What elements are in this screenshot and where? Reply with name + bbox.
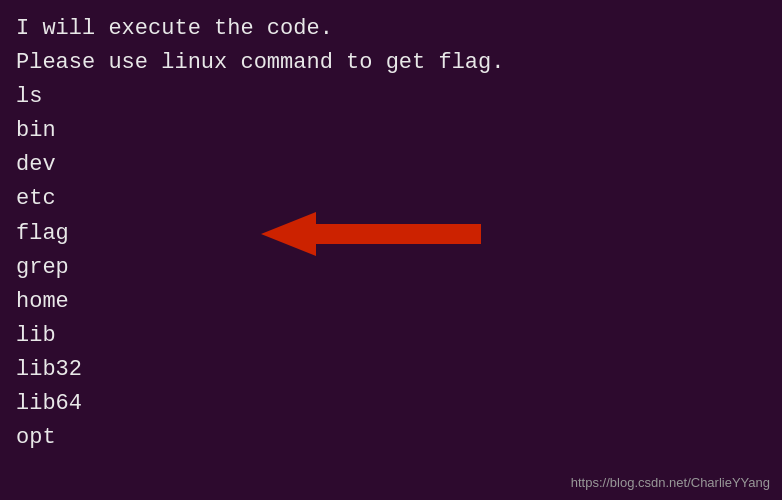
arrow-head [96, 212, 316, 256]
line-instruction: Please use linux command to get flag. [16, 46, 766, 80]
line-ls: ls [16, 80, 766, 114]
arrow-body [316, 224, 481, 244]
line-lib64: lib64 [16, 387, 766, 421]
line-opt: opt [16, 421, 766, 455]
line-dev: dev [16, 148, 766, 182]
line-grep: grep [16, 251, 766, 285]
line-execute: I will execute the code. [16, 12, 766, 46]
line-lib32: lib32 [16, 353, 766, 387]
flag-row: flag [16, 217, 766, 251]
terminal-output: I will execute the code. Please use linu… [0, 0, 782, 467]
line-home: home [16, 285, 766, 319]
arrow-indicator [96, 212, 316, 256]
line-lib: lib [16, 319, 766, 353]
line-flag: flag [16, 217, 69, 251]
line-bin: bin [16, 114, 766, 148]
watermark: https://blog.csdn.net/CharlieYYang [571, 475, 770, 490]
